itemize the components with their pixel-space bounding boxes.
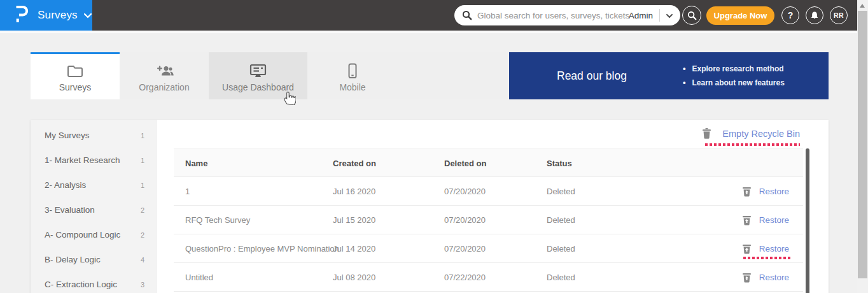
tab-organization[interactable]: Organization: [120, 52, 209, 99]
survey-name: QuestionPro : Employee MVP Nomination: [185, 234, 339, 263]
banner-bullet: Explore research method: [683, 62, 785, 76]
content-card: My Surveys 1 1- Market Research 1 2- Ana…: [31, 120, 829, 293]
bell-icon: [810, 11, 819, 20]
count-badge: 3: [141, 281, 144, 289]
sidebar-item-my-surveys[interactable]: My Surveys 1: [31, 123, 157, 148]
annotation-underline: [705, 143, 800, 146]
chevron-down-icon: [84, 10, 92, 21]
search-scope-caret-icon[interactable]: [666, 10, 673, 21]
survey-name: RFQ Tech Survey: [185, 206, 250, 234]
global-search: Admin: [454, 5, 680, 25]
banner-title: Read our blog: [557, 69, 627, 83]
deleted-date: 07/20/2020: [444, 177, 486, 206]
scrollbar-up-arrow-icon[interactable]: [860, 4, 865, 8]
column-header-created: Created on: [333, 149, 376, 178]
restore-button[interactable]: Restore: [742, 206, 789, 234]
avatar[interactable]: RR: [830, 6, 848, 24]
mobile-icon: [347, 63, 358, 78]
restore-trash-icon: [742, 215, 752, 225]
created-date: Jul 15 2020: [333, 206, 375, 234]
sidebar-item-extraction-logic[interactable]: C- Extraction Logic 3: [31, 272, 157, 293]
banner-bullet: Learn about new features: [683, 76, 785, 90]
count-badge: 2: [141, 231, 144, 239]
question-mark-icon: ?: [788, 10, 794, 20]
upgrade-now-button[interactable]: Upgrade Now: [706, 6, 774, 25]
table-header-row: Name Created on Deleted on Status: [174, 148, 803, 177]
count-badge: 1: [141, 157, 144, 164]
count-badge: 4: [141, 256, 144, 264]
deleted-date: 07/20/2020: [444, 206, 486, 234]
recycle-bin-table: Name Created on Deleted on Status 1 Jul …: [174, 148, 803, 292]
sidebar-item-delay-logic[interactable]: B- Delay Logic 4: [31, 247, 157, 272]
tab-usage-dashboard[interactable]: Usage Dashboard: [209, 52, 307, 99]
column-header-deleted: Deleted on: [444, 149, 486, 178]
search-icon: [462, 10, 472, 20]
column-header-name: Name: [185, 149, 207, 178]
search-button[interactable]: [682, 6, 701, 25]
count-badge: 1: [141, 132, 144, 139]
table-row: QuestionPro : Employee MVP Nomination Ju…: [174, 234, 803, 263]
divider: [0, 31, 857, 33]
restore-button[interactable]: Restore: [742, 177, 789, 206]
count-badge: 2: [141, 206, 144, 214]
empty-recycle-bin-label: Empty Recycle Bin: [722, 129, 800, 139]
restore-trash-icon: [742, 244, 752, 254]
status-text: Deleted: [547, 263, 575, 292]
table-row: RFQ Tech Survey Jul 15 2020 07/20/2020 D…: [174, 206, 803, 234]
questionpro-logo-icon: [14, 4, 29, 27]
tab-label: Organization: [139, 82, 189, 92]
status-text: Deleted: [547, 206, 575, 234]
sidebar-item-evaluation[interactable]: 3- Evaluation 2: [31, 197, 157, 222]
tab-surveys[interactable]: Surveys: [31, 52, 120, 99]
section-tabs: Surveys Organization: [31, 52, 829, 99]
sidebar-item-analysis[interactable]: 2- Analysis 1: [31, 173, 157, 197]
divider: [659, 9, 660, 22]
restore-trash-icon: [742, 187, 752, 197]
created-date: Jul 14 2020: [333, 234, 375, 263]
recycle-bin-panel: Empty Recycle Bin Name Created on Delete…: [157, 120, 829, 293]
help-button[interactable]: ?: [781, 6, 799, 24]
blog-banner[interactable]: Read our blog Explore research method Le…: [509, 52, 829, 99]
global-search-input[interactable]: [477, 11, 629, 20]
status-text: Deleted: [547, 234, 575, 263]
tab-mobile[interactable]: Mobile: [307, 52, 398, 99]
restore-button[interactable]: Restore: [742, 263, 789, 292]
count-badge: 1: [141, 182, 144, 189]
restore-trash-icon: [742, 273, 752, 283]
sidebar-item-market-research[interactable]: 1- Market Research 1: [31, 148, 157, 173]
deleted-date: 07/20/2020: [444, 234, 486, 263]
notifications-button[interactable]: [806, 6, 823, 24]
created-date: Jul 08 2020: [333, 263, 375, 292]
tab-label: Surveys: [59, 82, 92, 92]
created-date: Jul 16 2020: [333, 177, 375, 206]
annotation-underline: [743, 257, 792, 259]
deleted-date: 07/22/2020: [444, 263, 486, 292]
product-switcher[interactable]: Surveys: [0, 0, 92, 31]
add-people-icon: [155, 63, 174, 78]
search-scope-selector[interactable]: Admin: [629, 11, 653, 20]
column-header-status: Status: [547, 149, 572, 178]
empty-recycle-bin-button[interactable]: Empty Recycle Bin: [702, 128, 800, 139]
survey-name: Untitled: [185, 263, 213, 292]
module-name: Surveys: [38, 9, 78, 22]
status-text: Deleted: [547, 177, 575, 206]
table-scrollbar[interactable]: [806, 148, 809, 293]
banner-bullet-list: Explore research method Learn about new …: [683, 62, 785, 90]
dashboard-icon: [249, 63, 267, 78]
table-row: 1 Jul 16 2020 07/20/2020 Deleted Restore: [174, 177, 803, 206]
sidebar-item-compound-logic[interactable]: A- Compound Logic 2: [31, 222, 157, 247]
tab-label: Mobile: [339, 82, 365, 92]
top-navbar: Surveys Admin Upgrade Now ?: [0, 0, 857, 31]
app-window: Surveys Admin Upgrade Now ?: [0, 0, 868, 293]
scrollbar-thumb[interactable]: [858, 11, 867, 278]
table-row: Untitled Jul 08 2020 07/22/2020 Deleted …: [174, 263, 803, 292]
survey-folders-sidebar: My Surveys 1 1- Market Research 1 2- Ana…: [31, 120, 157, 293]
avatar-initials: RR: [834, 11, 844, 19]
folder-icon: [67, 63, 83, 78]
trash-icon: [702, 128, 711, 139]
survey-name: 1: [185, 177, 190, 206]
tab-label: Usage Dashboard: [222, 82, 294, 92]
page-scrollbar[interactable]: [857, 0, 868, 293]
